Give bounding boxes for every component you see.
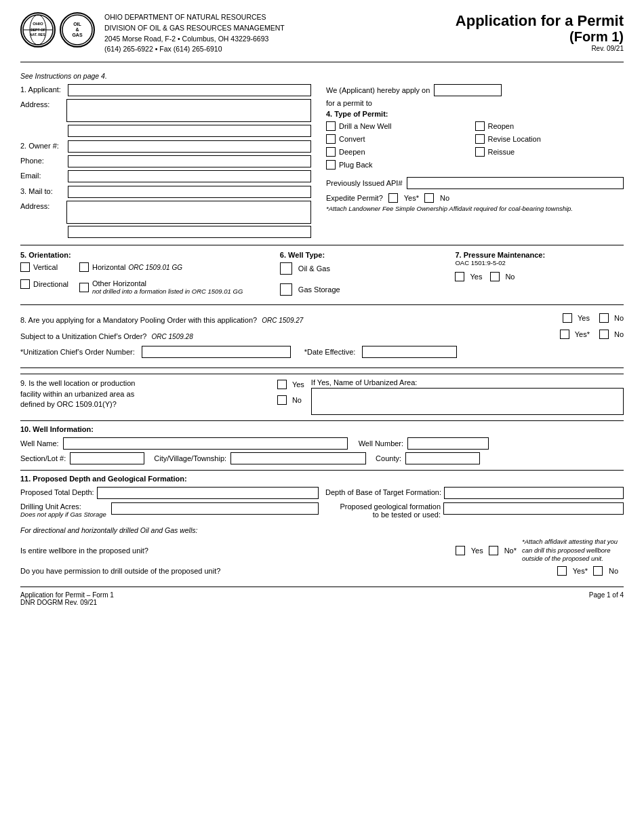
pressure-no-checkbox[interactable]: [490, 272, 500, 281]
s9-area-input[interactable]: [311, 388, 624, 415]
s9-yes-checkbox[interactable]: [277, 380, 287, 389]
applicant-label: 1. Applicant:: [20, 84, 68, 94]
sections-567: 5. Orientation: Vertical Directional: [20, 245, 624, 305]
prev-api-input[interactable]: [407, 177, 624, 189]
s11-base-depth-label: Depth of Base of Target Formation:: [325, 487, 441, 496]
s11-grid: Proposed Total Depth: Drilling Unit Acre…: [20, 487, 624, 522]
org-line4: (614) 265-6922 • Fax (614) 265-6910: [104, 44, 456, 55]
s9-yes-label: Yes: [292, 380, 304, 389]
s11-drilling-row: Drilling Unit Acres: Does not apply if G…: [20, 502, 319, 518]
expedite-yes-group: Yes*: [388, 193, 419, 203]
apply-row: We (Applicant) hereby apply on: [326, 84, 624, 96]
email-input[interactable]: [68, 170, 311, 182]
s11-total-depth-input[interactable]: [97, 487, 319, 499]
welltype-options: Oil & Gas Gas Storage: [280, 262, 449, 299]
s8-order-row: *Unitization Chief’s Order Number: *Date…: [20, 346, 624, 358]
gasstorage-checkbox[interactable]: [280, 283, 292, 296]
owner-block: 2. Owner #: Phone: Email:: [20, 140, 311, 182]
extra-address-box: [20, 125, 311, 137]
expedite-yes-checkbox[interactable]: [388, 193, 398, 203]
expedite-row: Expedite Permit? Yes* No: [326, 193, 624, 203]
mail-input[interactable]: [68, 186, 311, 198]
s9-if-yes-label: If Yes, Name of Urbanized Area:: [311, 378, 624, 386]
s8-no2-label: No: [614, 330, 624, 338]
plug-back-checkbox[interactable]: [326, 160, 336, 170]
pressure-yes-row: Yes: [455, 272, 482, 281]
s9-yn: Yes No: [277, 380, 304, 408]
s8-no2-row: No: [599, 330, 624, 339]
gasstorage-label: Gas Storage: [298, 285, 340, 294]
address2-input[interactable]: [66, 201, 311, 224]
top-section: 1. Applicant: Address: 2. Owner #:: [20, 84, 624, 241]
s11-drilling-input[interactable]: [111, 502, 319, 515]
s8-title: 8. Are you applying for a Mandatory Pool…: [20, 316, 257, 324]
other-horiz-label: Other Horizontal: [92, 279, 146, 287]
s10-wellname-input[interactable]: [63, 437, 348, 450]
reissue-checkbox[interactable]: [475, 147, 485, 157]
reissue-row: Reissue: [475, 147, 624, 157]
owner-input[interactable]: [68, 140, 311, 153]
svg-text:GAS: GAS: [72, 33, 83, 37]
s11-wellbore-no-label: No*: [504, 547, 517, 555]
phone-input[interactable]: [68, 155, 311, 167]
s11-wellbore-no-checkbox[interactable]: [489, 546, 498, 555]
expedite-no-checkbox[interactable]: [424, 193, 434, 203]
s8-unit-label: Subject to a Unitization Chief’s Order?: [20, 332, 146, 340]
s10-title: 10. Well Information:: [20, 425, 624, 433]
deepen-row: Deepen: [326, 147, 475, 157]
form-body: See Instructions on page 4. 1. Applicant…: [20, 72, 624, 606]
address1-input[interactable]: [66, 99, 311, 122]
orientation-section: 5. Orientation: Vertical Directional: [20, 251, 273, 299]
deepen-checkbox[interactable]: [326, 147, 336, 157]
s8-order-input[interactable]: [142, 346, 291, 358]
address2-extra: [20, 226, 311, 238]
vertical-checkbox[interactable]: [20, 262, 30, 272]
applicant-input[interactable]: [68, 84, 311, 96]
s8-date-input[interactable]: [362, 346, 457, 358]
directional-checkbox[interactable]: [20, 279, 30, 289]
s8-yes2-checkbox[interactable]: [560, 330, 569, 339]
s11-left: Proposed Total Depth: Drilling Unit Acre…: [20, 487, 319, 522]
pressure-no-label: No: [505, 273, 515, 281]
extra-addr-row: [20, 125, 311, 137]
s8-yes-checkbox[interactable]: [563, 313, 572, 323]
reopen-checkbox[interactable]: [475, 121, 485, 131]
s11-base-depth-input[interactable]: [444, 487, 624, 499]
page-header: OHIO DEPT OF NAT. RES. OIL & GAS OHIO DE…: [20, 12, 624, 62]
s8-no-checkbox[interactable]: [599, 313, 609, 323]
s10-city-input[interactable]: [230, 452, 366, 464]
section11: 11. Proposed Depth and Geological Format…: [20, 470, 624, 576]
pressure-yes-label: Yes: [470, 273, 482, 281]
s11-geo-input[interactable]: [443, 502, 624, 515]
address2-label: Address:: [20, 201, 66, 210]
revise-checkbox[interactable]: [475, 134, 485, 144]
s9-no-checkbox[interactable]: [277, 395, 287, 405]
s11-total-depth-label: Proposed Total Depth:: [20, 487, 94, 496]
mail-row: 3. Mail to:: [20, 186, 311, 198]
address2-line2-input[interactable]: [68, 226, 311, 238]
convert-checkbox[interactable]: [326, 134, 336, 144]
drill-new-checkbox[interactable]: [326, 121, 336, 131]
address1-line2-input[interactable]: [68, 125, 311, 137]
s10-county-input[interactable]: [405, 452, 480, 464]
svg-text:NAT. RES.: NAT. RES.: [30, 33, 46, 37]
apply-input[interactable]: [434, 84, 502, 96]
other-horiz-row: Other Horizontal not drilled into a form…: [79, 279, 273, 296]
s10-section-input[interactable]: [70, 452, 144, 464]
mail-label: 3. Mail to:: [20, 186, 68, 195]
s11-permission-yes-checkbox[interactable]: [557, 566, 567, 576]
oilgas-checkbox[interactable]: [280, 262, 292, 275]
form-number: (Form 1): [456, 29, 624, 45]
pressure-yes-checkbox[interactable]: [455, 272, 464, 281]
other-horiz-checkbox[interactable]: [79, 283, 89, 292]
welltype-section: 6. Well Type: Oil & Gas Gas Storage: [280, 251, 449, 299]
s11-permission-no-checkbox[interactable]: [593, 566, 603, 576]
s11-wellbore-yes-label: Yes: [471, 547, 483, 555]
s11-wellbore-no-group: No*: [489, 546, 517, 555]
s10-wellnum-input[interactable]: [407, 437, 489, 450]
s11-wellbore-yes-checkbox[interactable]: [456, 546, 465, 555]
s8-yes-row: Yes: [563, 313, 590, 323]
horizontal-checkbox[interactable]: [79, 262, 89, 272]
s8-no2-checkbox[interactable]: [599, 330, 609, 339]
owner-row: 2. Owner #:: [20, 140, 311, 153]
